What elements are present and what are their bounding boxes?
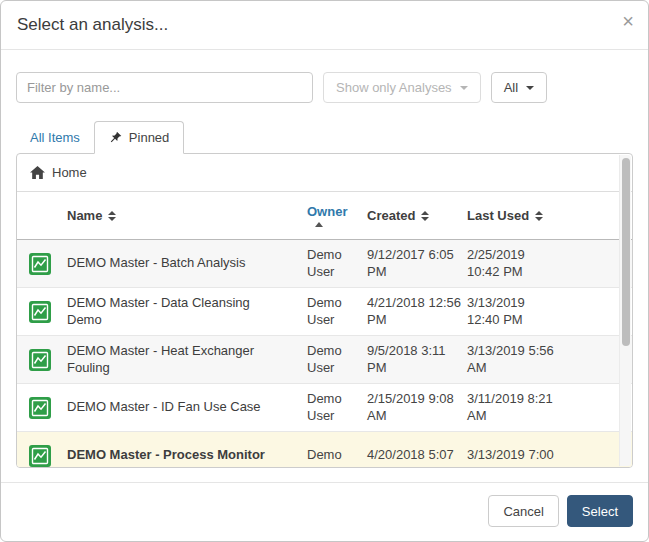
row-name: DEMO Master - ID Fan Use Case (67, 399, 307, 416)
row-created: 2/15/2019 9:08 AM (367, 391, 467, 425)
scrollbar-thumb[interactable] (622, 158, 630, 346)
table-header: Name Owner Created Last Used (17, 192, 632, 240)
column-created-label: Created (367, 208, 415, 223)
analysis-icon (29, 445, 53, 467)
row-name: DEMO Master - Process Monitor (67, 447, 307, 464)
filter-row: Show only Analyses All (16, 72, 633, 103)
modal-header: Select an analysis... × (1, 1, 648, 50)
column-header-owner[interactable]: Owner (307, 204, 367, 227)
row-owner: Demo (307, 447, 367, 464)
filter-name-input[interactable] (16, 72, 313, 103)
column-last-used-label: Last Used (467, 208, 529, 223)
column-owner-label: Owner (307, 204, 347, 219)
home-icon (30, 166, 45, 180)
pin-icon (109, 131, 122, 144)
modal-footer: Cancel Select (1, 482, 648, 541)
select-analysis-modal: Select an analysis... × Show only Analys… (0, 0, 649, 542)
table-row[interactable]: DEMO Master - ID Fan Use Case Demo User … (17, 384, 632, 432)
table-row[interactable]: DEMO Master - Batch Analysis Demo User 9… (17, 240, 632, 288)
row-owner: Demo User (307, 247, 367, 281)
row-last-used: 2/25/2019 10:42 PM (467, 247, 559, 281)
analysis-icon (29, 253, 53, 275)
type-filter-dropdown[interactable]: Show only Analyses (323, 72, 481, 103)
table-body: DEMO Master - Batch Analysis Demo User 9… (17, 240, 632, 468)
row-owner: Demo User (307, 343, 367, 377)
modal-title: Select an analysis... (17, 15, 632, 35)
row-name: DEMO Master - Batch Analysis (67, 255, 307, 272)
row-name: DEMO Master - Data Cleansing Demo (67, 295, 307, 329)
row-created: 9/12/2017 6:05 PM (367, 247, 467, 281)
analysis-icon (29, 397, 53, 419)
tab-bar: All Items Pinned (16, 121, 633, 153)
column-header-name[interactable]: Name (67, 208, 307, 223)
column-name-label: Name (67, 208, 102, 223)
sort-icon (421, 211, 429, 221)
tab-pinned-label: Pinned (129, 130, 169, 145)
breadcrumb-home-label: Home (52, 165, 87, 180)
breadcrumb-home[interactable]: Home (17, 154, 632, 192)
caret-down-icon (526, 86, 534, 90)
row-created: 4/21/2018 12:56 PM (367, 295, 467, 329)
row-created: 9/5/2018 3:11 PM (367, 343, 467, 377)
cancel-button[interactable]: Cancel (488, 495, 558, 527)
scope-filter-dropdown[interactable]: All (491, 72, 547, 103)
items-panel: Home Name Owner Created Last Used (16, 153, 633, 468)
vertical-scrollbar[interactable] (619, 155, 631, 466)
row-owner: Demo User (307, 295, 367, 329)
row-created: 4/20/2018 5:07 (367, 447, 467, 464)
column-header-created[interactable]: Created (367, 208, 467, 223)
scope-filter-label: All (504, 80, 518, 95)
row-last-used: 3/13/2019 5:56 AM (467, 343, 559, 377)
sort-asc-icon (315, 222, 323, 227)
analysis-icon (29, 301, 53, 323)
row-last-used: 3/11/2019 8:21 AM (467, 391, 559, 425)
row-owner: Demo User (307, 391, 367, 425)
sort-icon (108, 211, 116, 221)
column-header-last-used[interactable]: Last Used (467, 208, 559, 223)
tab-all-items[interactable]: All Items (16, 122, 94, 153)
modal-body: Show only Analyses All All Items Pinned (1, 50, 648, 482)
sort-icon (535, 211, 543, 221)
table-row[interactable]: DEMO Master - Data Cleansing Demo Demo U… (17, 288, 632, 336)
close-icon[interactable]: × (622, 11, 634, 31)
row-name: DEMO Master - Heat Exchanger Fouling (67, 343, 307, 377)
select-button[interactable]: Select (567, 495, 633, 527)
row-last-used: 3/13/2019 7:00 (467, 447, 559, 464)
row-last-used: 3/13/2019 12:40 PM (467, 295, 559, 329)
tab-pinned[interactable]: Pinned (94, 121, 184, 154)
type-filter-label: Show only Analyses (336, 80, 452, 95)
table-row[interactable]: DEMO Master - Process Monitor Demo 4/20/… (17, 432, 632, 468)
analysis-icon (29, 349, 53, 371)
tab-all-items-label: All Items (30, 130, 80, 145)
caret-down-icon (460, 86, 468, 90)
table-row[interactable]: DEMO Master - Heat Exchanger Fouling Dem… (17, 336, 632, 384)
